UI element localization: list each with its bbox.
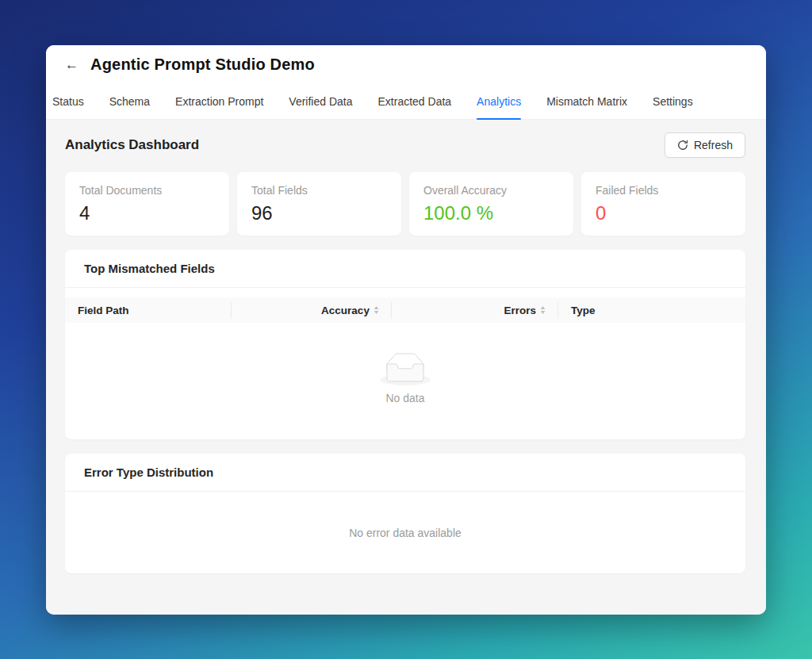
dashboard-header: Analytics Dashboard Refresh (65, 131, 745, 159)
refresh-label: Refresh (694, 139, 733, 151)
card-header: Top Mismatched Fields (65, 250, 745, 288)
column-label: Field Path (78, 305, 129, 316)
app-window: ← Agentic Prompt Studio Demo Status Sche… (46, 45, 766, 615)
tab-extraction-prompt[interactable]: Extraction Prompt (175, 83, 263, 119)
stat-value: 0 (596, 202, 731, 225)
main-content: Analytics Dashboard Refresh Total Docume… (46, 120, 766, 615)
tab-bar: Status Schema Extraction Prompt Verified… (46, 83, 766, 120)
stat-value: 100.0 % (423, 202, 559, 225)
stat-value: 4 (79, 202, 215, 225)
stat-card-total-fields: Total Fields 96 (237, 172, 401, 236)
sort-icons: ▲ ▼ (540, 305, 546, 315)
stat-label: Total Documents (79, 184, 215, 197)
stat-label: Failed Fields (596, 184, 731, 197)
card-title: Top Mismatched Fields (84, 262, 726, 275)
card-title: Error Type Distribution (84, 466, 726, 479)
stats-row: Total Documents 4 Total Fields 96 Overal… (65, 172, 745, 236)
refresh-icon (677, 140, 688, 151)
back-arrow-icon[interactable]: ← (65, 58, 84, 71)
desktop-background: ← Agentic Prompt Studio Demo Status Sche… (0, 0, 812, 659)
tab-verified-data[interactable]: Verified Data (289, 83, 352, 119)
stat-value: 96 (251, 202, 387, 225)
stat-card-overall-accuracy: Overall Accuracy 100.0 % (409, 172, 573, 236)
column-label: Accuracy (321, 305, 370, 316)
sort-down-icon: ▼ (373, 310, 380, 315)
column-label: Type (571, 305, 596, 316)
stat-label: Overall Accuracy (423, 184, 559, 197)
column-header-type: Type (558, 297, 745, 323)
column-label: Errors (504, 305, 537, 316)
sort-down-icon: ▼ (539, 310, 546, 315)
window-header: ← Agentic Prompt Studio Demo (46, 45, 766, 83)
mismatch-table: Field Path Accuracy ▲ ▼ Errors (65, 288, 745, 439)
stat-label: Total Fields (251, 184, 387, 197)
tab-schema[interactable]: Schema (109, 83, 150, 119)
stat-card-total-documents: Total Documents 4 (65, 172, 229, 236)
empty-text: No data (385, 392, 424, 404)
refresh-button[interactable]: Refresh (665, 132, 745, 158)
tab-status[interactable]: Status (52, 83, 84, 119)
table-empty-state: No data (65, 323, 745, 439)
column-header-accuracy[interactable]: Accuracy ▲ ▼ (232, 297, 392, 323)
error-distribution-empty-text: No error data available (65, 492, 745, 573)
tab-extracted-data[interactable]: Extracted Data (378, 83, 452, 119)
tab-analytics[interactable]: Analytics (477, 83, 521, 119)
tab-mismatch-matrix[interactable]: Mismatch Matrix (546, 83, 627, 119)
card-header: Error Type Distribution (65, 454, 745, 492)
empty-inbox-icon (380, 353, 431, 385)
tab-settings[interactable]: Settings (653, 83, 693, 119)
dashboard-title: Analytics Dashboard (65, 137, 199, 153)
error-type-distribution-card: Error Type Distribution No error data av… (65, 454, 745, 573)
stat-card-failed-fields: Failed Fields 0 (581, 172, 745, 236)
sort-icons: ▲ ▼ (373, 305, 379, 315)
column-header-errors[interactable]: Errors ▲ ▼ (392, 297, 558, 323)
top-mismatched-fields-card: Top Mismatched Fields Field Path Accurac… (65, 250, 745, 439)
app-title: Agentic Prompt Studio Demo (90, 56, 315, 74)
column-header-field-path: Field Path (65, 297, 232, 323)
table-header-row: Field Path Accuracy ▲ ▼ Errors (65, 297, 745, 323)
